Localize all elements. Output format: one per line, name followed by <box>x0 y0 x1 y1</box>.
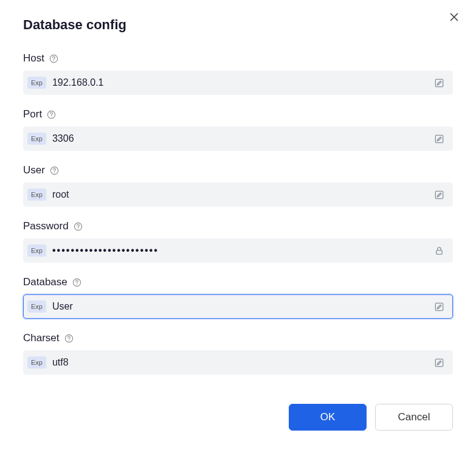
lock-icon[interactable] <box>433 244 445 257</box>
database-config-dialog: Database config Host Exp Port Exp <box>0 0 476 443</box>
database-input-wrapper: Exp <box>23 294 453 319</box>
help-icon[interactable] <box>50 166 59 175</box>
charset-label: Charset <box>23 332 60 344</box>
svg-rect-11 <box>436 250 441 254</box>
dialog-title: Database config <box>23 17 453 33</box>
password-label: Password <box>23 220 69 232</box>
user-label: User <box>23 164 45 176</box>
password-input[interactable] <box>46 239 433 262</box>
database-input[interactable] <box>46 295 433 318</box>
edit-icon[interactable] <box>433 189 445 201</box>
field-label-row: Port <box>23 108 453 120</box>
svg-point-16 <box>68 340 69 341</box>
svg-rect-8 <box>435 191 443 198</box>
svg-rect-17 <box>435 359 443 366</box>
field-label-row: Password <box>23 220 453 232</box>
ok-button[interactable]: OK <box>289 404 367 431</box>
field-label-row: Charset <box>23 332 453 344</box>
help-icon[interactable] <box>74 222 83 231</box>
field-password: Password Exp <box>23 220 453 263</box>
svg-point-4 <box>51 116 52 117</box>
exp-tag: Exp <box>27 244 46 257</box>
help-icon[interactable] <box>49 54 58 63</box>
field-host: Host Exp <box>23 52 453 95</box>
password-input-wrapper: Exp <box>23 238 453 263</box>
cancel-button[interactable]: Cancel <box>375 404 453 431</box>
host-label: Host <box>23 52 44 64</box>
exp-tag: Exp <box>27 189 46 201</box>
charset-input-wrapper: Exp <box>23 350 453 375</box>
svg-point-13 <box>77 284 77 285</box>
database-label: Database <box>23 276 67 288</box>
field-user: User Exp <box>23 164 453 207</box>
port-label: Port <box>23 108 42 120</box>
exp-tag: Exp <box>27 133 46 145</box>
edit-icon[interactable] <box>433 300 445 313</box>
edit-icon[interactable] <box>433 133 445 145</box>
exp-tag: Exp <box>27 300 46 313</box>
svg-rect-5 <box>435 135 443 142</box>
port-input[interactable] <box>46 127 433 150</box>
help-icon[interactable] <box>47 110 56 119</box>
field-label-row: Database <box>23 276 453 288</box>
user-input-wrapper: Exp <box>23 182 453 207</box>
charset-input[interactable] <box>46 351 433 374</box>
close-button[interactable] <box>448 12 460 24</box>
field-label-row: User <box>23 164 453 176</box>
help-icon[interactable] <box>64 334 74 343</box>
field-charset: Charset Exp <box>23 332 453 375</box>
field-port: Port Exp <box>23 108 453 151</box>
user-input[interactable] <box>46 183 433 206</box>
port-input-wrapper: Exp <box>23 127 453 151</box>
svg-point-7 <box>54 172 55 173</box>
close-icon <box>449 12 459 24</box>
host-input[interactable] <box>46 71 433 94</box>
svg-point-1 <box>53 60 54 61</box>
svg-point-10 <box>78 228 78 229</box>
field-database: Database Exp <box>23 276 453 319</box>
svg-rect-2 <box>435 79 443 86</box>
field-label-row: Host <box>23 52 453 64</box>
exp-tag: Exp <box>27 77 46 89</box>
svg-rect-14 <box>435 303 443 310</box>
edit-icon[interactable] <box>433 356 445 369</box>
exp-tag: Exp <box>27 356 46 369</box>
dialog-button-row: OK Cancel <box>23 404 453 431</box>
edit-icon[interactable] <box>433 77 445 89</box>
host-input-wrapper: Exp <box>23 71 453 95</box>
help-icon[interactable] <box>72 278 81 287</box>
